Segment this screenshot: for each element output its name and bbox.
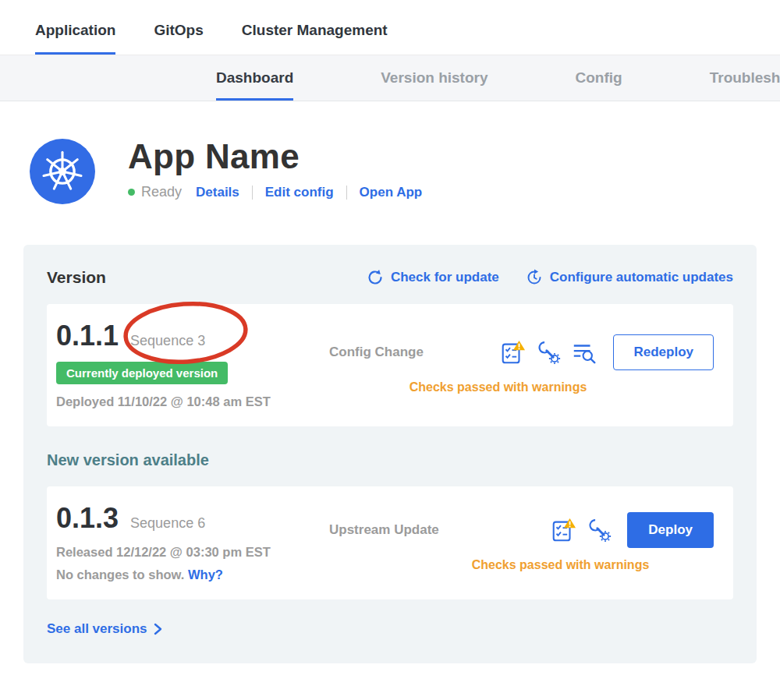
- configure-automatic-updates-link[interactable]: Configure automatic updates: [526, 269, 733, 286]
- preflight-checks-icon[interactable]: [550, 517, 576, 543]
- tab-dashboard[interactable]: Dashboard: [216, 69, 293, 101]
- config-wrench-icon[interactable]: [587, 518, 612, 543]
- tab-application[interactable]: Application: [35, 22, 115, 55]
- app-header: App Name Ready Details Edit config Open …: [0, 101, 780, 204]
- edit-config-link[interactable]: Edit config: [265, 185, 334, 200]
- deploy-button[interactable]: Deploy: [627, 512, 714, 548]
- details-link[interactable]: Details: [196, 185, 239, 200]
- page-title: App Name: [128, 139, 422, 175]
- top-nav: Application GitOps Cluster Management: [0, 0, 780, 55]
- released-timestamp: Released 12/12/22 @ 03:30 pm EST: [56, 545, 306, 560]
- see-all-versions-label: See all versions: [47, 621, 147, 637]
- currently-deployed-badge: Currently deployed version: [56, 362, 228, 384]
- divider: [346, 186, 347, 200]
- current-version-number: 0.1.1: [56, 320, 119, 352]
- see-all-versions-link[interactable]: See all versions: [47, 621, 162, 637]
- scheduled-update-icon[interactable]: [526, 269, 543, 286]
- available-checks-status: Checks passed with warnings: [306, 558, 714, 572]
- redeploy-button[interactable]: Redeploy: [613, 334, 714, 370]
- status-dot: [128, 189, 135, 196]
- kubernetes-logo-icon: [30, 139, 95, 204]
- deployed-timestamp: Deployed 11/10/22 @ 10:48 am EST: [56, 394, 306, 409]
- tab-troubleshoot[interactable]: Troubleshoot: [710, 69, 780, 101]
- refresh-icon[interactable]: [367, 269, 384, 286]
- tab-config[interactable]: Config: [576, 69, 622, 101]
- current-version-card: 0.1.1 Sequence 3 Currently deployed vers…: [47, 304, 733, 426]
- check-for-update-link[interactable]: Check for update: [367, 269, 499, 286]
- available-sequence-label: Sequence 6: [130, 515, 205, 532]
- current-check-icons: [499, 339, 597, 366]
- available-version-card: 0.1.3 Sequence 6 Released 12/12/22 @ 03:…: [47, 486, 733, 599]
- version-panel-title: Version: [47, 268, 106, 287]
- diff-files-icon[interactable]: [571, 339, 597, 366]
- check-for-update-label: Check for update: [391, 270, 499, 285]
- preflight-checks-icon[interactable]: [499, 339, 526, 366]
- config-wrench-icon[interactable]: [536, 340, 561, 365]
- chevron-right-icon: [154, 623, 162, 635]
- available-version-number: 0.1.3: [56, 502, 119, 535]
- configure-automatic-updates-label: Configure automatic updates: [550, 270, 733, 285]
- no-changes-text: No changes to show.: [56, 567, 184, 582]
- tab-cluster-management[interactable]: Cluster Management: [242, 22, 388, 55]
- status-text: Ready: [141, 184, 182, 200]
- available-change-type: Upstream Update: [329, 522, 439, 538]
- current-change-type: Config Change: [329, 345, 424, 360]
- open-app-link[interactable]: Open App: [360, 185, 423, 200]
- version-panel: Version Check for update Configure autom…: [23, 245, 757, 663]
- app-sub-nav: Dashboard Version history Config Trouble…: [0, 55, 780, 101]
- divider: [252, 186, 253, 200]
- current-checks-status: Checks passed with warnings: [306, 380, 714, 394]
- tab-version-history[interactable]: Version history: [381, 69, 488, 101]
- available-check-icons: [550, 517, 612, 543]
- new-version-heading: New version available: [47, 451, 733, 469]
- tab-gitops[interactable]: GitOps: [154, 22, 203, 55]
- why-link[interactable]: Why?: [188, 567, 223, 582]
- current-sequence-label: Sequence 3: [130, 333, 205, 349]
